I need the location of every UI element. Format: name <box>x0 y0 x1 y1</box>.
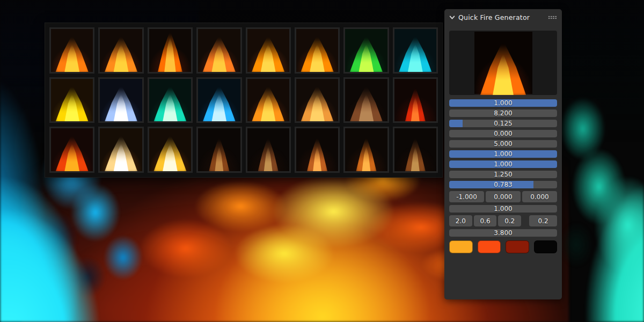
field-value: 0.2 <box>538 217 548 225</box>
value-slider[interactable]: 0.000 <box>449 130 557 137</box>
value-slider[interactable]: 8.200 <box>449 109 557 117</box>
fire-thumbnail-image <box>149 128 191 171</box>
flame-graphic <box>149 128 191 171</box>
fire-thumbnail-image <box>149 29 191 72</box>
field-value: -1.000 <box>456 193 477 201</box>
field-value: 1.000 <box>494 205 512 213</box>
fire-thumbnail-image <box>394 29 436 72</box>
color-swatch[interactable] <box>478 240 501 253</box>
fire-thumbnail-image <box>100 29 142 72</box>
fire-thumbnail[interactable] <box>196 127 241 173</box>
fire-thumbnail-image <box>247 29 289 72</box>
field-value: 0.000 <box>530 193 548 201</box>
fire-thumbnail[interactable] <box>246 127 291 173</box>
fire-thumbnail[interactable] <box>295 127 340 173</box>
fire-thumbnail-image <box>247 79 289 122</box>
field-value: 1.250 <box>494 171 512 178</box>
value-slider[interactable]: 3.800 <box>449 229 557 237</box>
value-slider[interactable]: 5.000 <box>449 140 557 148</box>
fire-thumbnail-image <box>296 29 338 72</box>
fire-thumbnail[interactable] <box>246 27 291 74</box>
field-value: 1.000 <box>494 150 512 158</box>
color-swatch[interactable] <box>506 240 529 253</box>
flame-graphic <box>100 128 142 171</box>
fire-thumbnail[interactable] <box>148 27 193 74</box>
fire-thumbnail[interactable] <box>148 77 193 123</box>
fire-thumbnail[interactable] <box>196 77 241 123</box>
value-slider[interactable]: 0.6 <box>474 215 497 226</box>
flame-graphic <box>345 79 387 122</box>
flame-graphic <box>247 79 289 122</box>
color-swatch[interactable] <box>534 240 558 253</box>
panel-header[interactable]: Quick Fire Generator <box>444 9 562 25</box>
field-value: 0.2 <box>504 217 515 225</box>
value-slider[interactable]: 0.2 <box>529 215 557 226</box>
value-slider[interactable]: 1.000 <box>449 205 557 213</box>
fire-preview-box <box>449 31 557 95</box>
fire-thumbnail[interactable] <box>246 77 291 123</box>
fire-thumbnail[interactable] <box>49 127 94 173</box>
value-slider[interactable]: 2.0 <box>449 215 472 226</box>
fire-thumbnail-image <box>394 128 436 171</box>
flame-graphic <box>51 79 93 122</box>
vector-field-row: -1.0000.0000.000 <box>449 191 557 202</box>
value-slider[interactable]: 1.000 <box>449 99 557 107</box>
fire-thumbnail[interactable] <box>343 77 389 123</box>
field-value: 1.000 <box>494 99 512 107</box>
fire-thumbnail[interactable] <box>98 77 143 123</box>
color-swatch[interactable] <box>449 240 473 253</box>
fire-thumbnail-image <box>100 79 142 122</box>
fire-thumbnail-image <box>51 79 93 122</box>
field-value: 0.783 <box>494 181 512 188</box>
chevron-down-icon[interactable] <box>449 14 455 20</box>
fire-thumbnail-image <box>100 128 142 171</box>
fire-thumbnail[interactable] <box>393 127 438 173</box>
fire-thumbnail[interactable] <box>98 127 143 173</box>
value-slider[interactable]: 1.000 <box>449 160 557 168</box>
flame-graphic <box>474 32 532 94</box>
fire-thumbnail[interactable] <box>49 77 94 123</box>
fire-thumbnail[interactable] <box>196 27 241 74</box>
value-slider[interactable]: 0.000 <box>522 191 557 202</box>
value-slider[interactable]: -1.000 <box>449 191 484 202</box>
fire-thumbnail-grid <box>45 23 443 178</box>
flame-graphic <box>198 29 240 72</box>
value-slider[interactable]: 1.000 <box>449 150 557 158</box>
fire-thumbnail-image <box>296 128 338 171</box>
fire-thumbnail-image <box>198 29 240 72</box>
fire-thumbnail-image <box>345 29 387 72</box>
field-value: 2.0 <box>456 217 466 225</box>
flame-graphic <box>198 79 240 122</box>
panel-grip-icon[interactable] <box>548 16 557 19</box>
fire-thumbnail[interactable] <box>295 77 340 123</box>
value-slider[interactable]: 0.2 <box>498 215 521 226</box>
fire-thumbnail[interactable] <box>295 27 340 74</box>
fire-thumbnail-image <box>394 79 436 122</box>
value-slider[interactable]: 1.250 <box>449 171 557 178</box>
fire-thumbnail-image <box>296 79 338 122</box>
field-value: 5.000 <box>494 140 512 148</box>
fire-thumbnail-image <box>198 128 240 171</box>
flame-graphic <box>296 79 338 122</box>
fire-thumbnail-image <box>247 128 289 171</box>
field-value: 0.125 <box>494 120 512 127</box>
field-value: 0.000 <box>494 130 512 137</box>
flame-graphic <box>247 29 289 72</box>
flame-graphic <box>198 128 240 171</box>
value-slider[interactable]: 0.783 <box>449 181 557 188</box>
field-value: 8.200 <box>494 109 512 117</box>
flame-graphic <box>296 29 338 72</box>
value-slider[interactable]: 0.125 <box>449 120 557 127</box>
fire-thumbnail[interactable] <box>393 77 438 123</box>
value-slider[interactable]: 0.000 <box>486 191 521 202</box>
fire-thumbnail[interactable] <box>148 127 193 173</box>
fire-thumbnail-image <box>345 128 387 171</box>
fire-thumbnail[interactable] <box>343 127 389 173</box>
flame-graphic <box>394 29 436 72</box>
fire-thumbnail[interactable] <box>393 27 438 74</box>
fire-thumbnail[interactable] <box>343 27 389 74</box>
panel-title: Quick Fire Generator <box>458 13 530 21</box>
fire-thumbnail[interactable] <box>49 27 94 74</box>
fire-thumbnail[interactable] <box>98 27 143 74</box>
fire-thumbnail-image <box>198 79 240 122</box>
